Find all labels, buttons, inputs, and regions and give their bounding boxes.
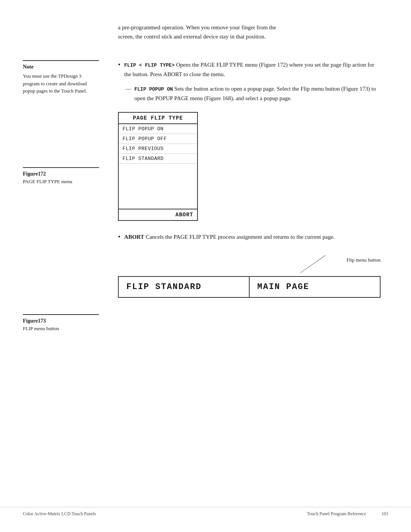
- bullet-text-flip-type: FLIP < FLIP TYPE> Opens the PAGE FLIP TY…: [124, 60, 381, 79]
- left-column: Note You must use the TPDesign 3 program…: [0, 60, 107, 343]
- menu-item-flip-popup-on[interactable]: FLIP POPUP ON: [119, 124, 197, 134]
- main-content: Note You must use the TPDesign 3 program…: [0, 60, 411, 343]
- page-flip-type-menu: PAGE FLIP TYPE FLIP POPUP ON FLIP POPUP …: [118, 112, 198, 221]
- flip-label-area: Flip menu button: [118, 257, 381, 268]
- footer-center: Touch Panel Program Reference: [307, 511, 366, 517]
- sub-dash: —: [126, 84, 131, 93]
- flip-type-bold: FLIP < FLIP TYPE>: [124, 62, 175, 68]
- bullet-dot: •: [118, 60, 120, 70]
- flip-type-bullet: • FLIP < FLIP TYPE> Opens the PAGE FLIP …: [118, 60, 381, 103]
- note-title: Note: [23, 64, 99, 70]
- footer-right: Touch Panel Program Reference 103: [307, 511, 388, 517]
- sub-bullet-flip-popup: — FLIP POPUP ON Sets the button action t…: [118, 84, 381, 103]
- abort-bullet-dot: •: [118, 232, 120, 242]
- figure173-area: Flip menu button FLIP STANDARD MAIN PAGE: [118, 257, 381, 298]
- menu-item-flip-previous[interactable]: FLIP PREVIOUS: [119, 144, 197, 154]
- figure173-label: Figure173 FLIP menu button: [23, 314, 99, 332]
- bullet-item-abort: • ABORT Cancels the PAGE FLIP TYPE proce…: [118, 232, 381, 242]
- abort-bullet-text: ABORT Cancels the PAGE FLIP TYPE process…: [124, 232, 335, 241]
- footer-left: Color Active-Matrix LCD Touch Panels: [23, 511, 96, 517]
- flip-standard-button[interactable]: FLIP STANDARD: [119, 277, 250, 297]
- menu-abort-button[interactable]: ABORT: [119, 209, 197, 220]
- figure172-title: Figure172: [23, 171, 99, 177]
- menu-header: PAGE FLIP TYPE: [119, 113, 197, 124]
- figure172-caption: PAGE FLIP TYPE menu: [23, 179, 99, 185]
- footer-page: 103: [381, 511, 388, 517]
- abort-label: ABORT: [124, 234, 144, 240]
- menu-item-flip-standard[interactable]: FLIP STANDARD: [119, 154, 197, 164]
- abort-section: • ABORT Cancels the PAGE FLIP TYPE proce…: [118, 232, 381, 242]
- figure172-label: Figure172 PAGE FLIP TYPE menu: [23, 167, 99, 185]
- page-container: a pre-programmed operation. When you rem…: [0, 0, 411, 532]
- sub-bullet-text: FLIP POPUP ON Sets the button action to …: [134, 84, 381, 103]
- connector-line: [300, 255, 325, 273]
- bullet-item-flip-type: • FLIP < FLIP TYPE> Opens the PAGE FLIP …: [118, 60, 381, 79]
- page-footer: Color Active-Matrix LCD Touch Panels Tou…: [0, 507, 411, 517]
- abort-text: Cancels the PAGE FLIP TYPE process assig…: [144, 234, 335, 240]
- flip-popup-on-label: FLIP POPUP ON: [134, 86, 173, 92]
- figure173-caption: FLIP menu button: [23, 326, 99, 332]
- note-text: You must use the TPDesign 3 program to c…: [23, 72, 99, 95]
- main-page-button[interactable]: MAIN PAGE: [250, 277, 380, 297]
- menu-spacer: [119, 164, 197, 209]
- intro-paragraph: a pre-programmed operation. When you rem…: [118, 23, 381, 41]
- flip-buttons-row: FLIP STANDARD MAIN PAGE: [118, 276, 381, 298]
- right-column: • FLIP < FLIP TYPE> Opens the PAGE FLIP …: [107, 60, 411, 343]
- note-box: Note You must use the TPDesign 3 program…: [23, 60, 99, 95]
- menu-item-flip-popup-off[interactable]: FLIP POPUP OFF: [119, 134, 197, 144]
- flip-menu-button-label: Flip menu button: [346, 257, 381, 263]
- figure173-title: Figure173: [23, 318, 99, 324]
